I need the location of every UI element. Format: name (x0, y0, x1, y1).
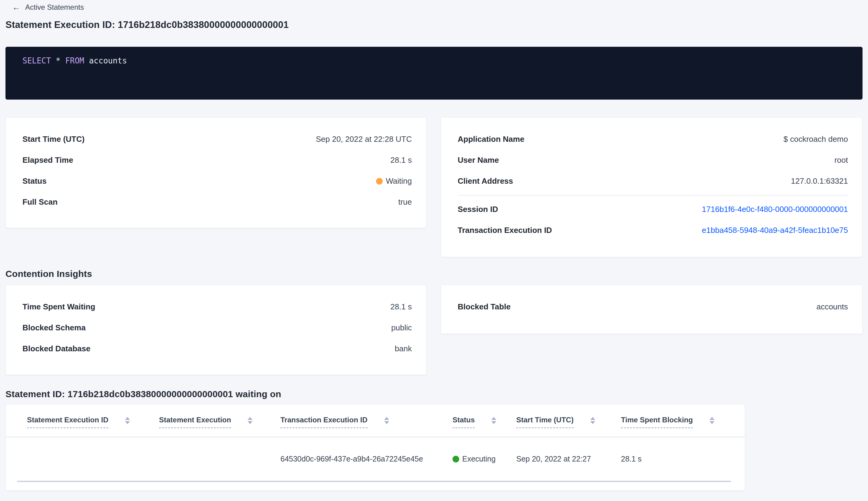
sql-statement-box: SELECT * FROM accounts (6, 47, 862, 99)
client-address-value: 127.0.0.1:63321 (791, 177, 848, 186)
blocked-table-label: Blocked Table (458, 302, 510, 311)
status-text: Waiting (386, 177, 412, 186)
page: ← Active Statements Statement Execution … (0, 0, 868, 491)
status-value: Waiting (376, 177, 412, 186)
back-link[interactable]: ← Active Statements (12, 3, 84, 12)
blocked-schema-value: public (391, 323, 412, 332)
sort-arrows-icon[interactable] (709, 417, 714, 424)
elapsed-time-row: Elapsed Time 28.1 s (22, 150, 412, 171)
sql-statement: SELECT * FROM accounts (22, 56, 127, 65)
waiting-table-header: Statement Execution ID Statement Executi… (27, 404, 731, 437)
column-label: Transaction Execution ID (280, 416, 368, 428)
session-details-card: Application Name $ cockroach demo User N… (441, 117, 862, 257)
details-cards-row: Start Time (UTC) Sep 20, 2022 at 22:28 U… (6, 117, 862, 257)
sql-keyword: FROM (65, 56, 84, 65)
transaction-execution-id-row: Transaction Execution ID e1bba458-5948-4… (458, 220, 848, 241)
back-arrow-icon: ← (12, 3, 20, 12)
transaction-execution-id-link[interactable]: e1bba458-5948-40a9-a42f-5feac1b10e75 (702, 226, 848, 235)
application-name-label: Application Name (458, 135, 524, 144)
client-address-label: Client Address (458, 177, 513, 186)
column-header-time-spent-blocking[interactable]: Time Spent Blocking (621, 416, 731, 428)
blocked-database-label: Blocked Database (22, 344, 90, 353)
blocked-table-row: Blocked Table accounts (458, 296, 848, 317)
column-header-statement-execution-id[interactable]: Statement Execution ID (27, 416, 159, 428)
sort-arrows-icon[interactable] (248, 417, 252, 424)
column-label: Statement Execution ID (27, 416, 108, 428)
sql-text: * (51, 56, 65, 65)
cell-transaction-execution-id: 64530d0c-969f-437e-a9b4-26a72245e45e (280, 455, 453, 463)
contention-details-card: Time Spent Waiting 28.1 s Blocked Schema… (6, 285, 426, 375)
column-header-status[interactable]: Status (453, 416, 516, 428)
application-name-row: Application Name $ cockroach demo (458, 129, 848, 150)
transaction-execution-id-label: Transaction Execution ID (458, 226, 552, 235)
table-row: 64530d0c-969f-437e-a9b4-26a72245e45e Exe… (27, 437, 731, 481)
contention-insights-heading: Contention Insights (6, 269, 862, 279)
cell-status: Executing (453, 455, 516, 463)
blocked-table-value: accounts (816, 302, 848, 311)
card-divider (458, 195, 848, 195)
column-header-statement-execution[interactable]: Statement Execution (159, 416, 280, 428)
elapsed-time-value: 28.1 s (390, 156, 412, 165)
session-id-link[interactable]: 1716b1f6-4e0c-f480-0000-000000000001 (702, 205, 848, 214)
table-bottom-scrollbar[interactable] (17, 481, 731, 482)
column-header-start-time[interactable]: Start Time (UTC) (516, 416, 621, 428)
column-header-transaction-execution-id[interactable]: Transaction Execution ID (280, 416, 453, 428)
time-spent-waiting-value: 28.1 s (390, 302, 412, 311)
execution-details-card: Start Time (UTC) Sep 20, 2022 at 22:28 U… (6, 117, 426, 228)
page-title: Statement Execution ID: 1716b218dc0b3838… (6, 19, 862, 30)
column-label: Start Time (UTC) (516, 416, 574, 428)
sort-arrows-icon[interactable] (384, 417, 389, 424)
waiting-statements-table-card: Statement Execution ID Statement Executi… (6, 404, 745, 491)
back-link-label: Active Statements (25, 3, 84, 12)
user-name-label: User Name (458, 156, 499, 165)
full-scan-row: Full Scan true (22, 192, 412, 213)
sort-arrows-icon[interactable] (125, 417, 130, 424)
column-label: Status (453, 416, 475, 428)
start-time-row: Start Time (UTC) Sep 20, 2022 at 22:28 U… (22, 129, 412, 150)
contention-cards-row: Time Spent Waiting 28.1 s Blocked Schema… (6, 285, 862, 375)
application-name-value: $ cockroach demo (784, 135, 848, 144)
user-name-value: root (834, 156, 848, 165)
cell-time-spent-blocking: 28.1 s (621, 455, 731, 463)
time-spent-waiting-row: Time Spent Waiting 28.1 s (22, 296, 412, 317)
sort-arrows-icon[interactable] (590, 417, 595, 424)
status-row: Status Waiting (22, 171, 412, 192)
session-id-label: Session ID (458, 205, 498, 214)
column-label: Statement Execution (159, 416, 231, 428)
blocked-database-row: Blocked Database bank (22, 338, 412, 359)
elapsed-time-label: Elapsed Time (22, 156, 73, 165)
client-address-row: Client Address 127.0.0.1:63321 (458, 171, 848, 192)
waiting-status-dot-icon (376, 178, 383, 185)
cell-start-time: Sep 20, 2022 at 22:27 (516, 455, 621, 463)
blocked-database-value: bank (395, 344, 412, 353)
time-spent-waiting-label: Time Spent Waiting (22, 302, 95, 311)
executing-status-dot-icon (453, 456, 459, 462)
start-time-label: Start Time (UTC) (22, 135, 85, 144)
blocked-table-card: Blocked Table accounts (441, 285, 862, 334)
blocked-schema-row: Blocked Schema public (22, 317, 412, 338)
blocked-schema-label: Blocked Schema (22, 323, 86, 332)
start-time-value: Sep 20, 2022 at 22:28 UTC (316, 135, 412, 144)
status-label: Status (22, 177, 46, 186)
session-id-row: Session ID 1716b1f6-4e0c-f480-0000-00000… (458, 199, 848, 220)
status-text: Executing (462, 455, 496, 463)
full-scan-value: true (398, 198, 412, 207)
sql-text: accounts (84, 56, 127, 65)
user-name-row: User Name root (458, 150, 848, 171)
column-label: Time Spent Blocking (621, 416, 693, 428)
sql-keyword: SELECT (22, 56, 51, 65)
full-scan-label: Full Scan (22, 198, 58, 207)
sort-arrows-icon[interactable] (491, 417, 496, 424)
waiting-on-heading: Statement ID: 1716b218dc0b38380000000000… (6, 389, 862, 399)
